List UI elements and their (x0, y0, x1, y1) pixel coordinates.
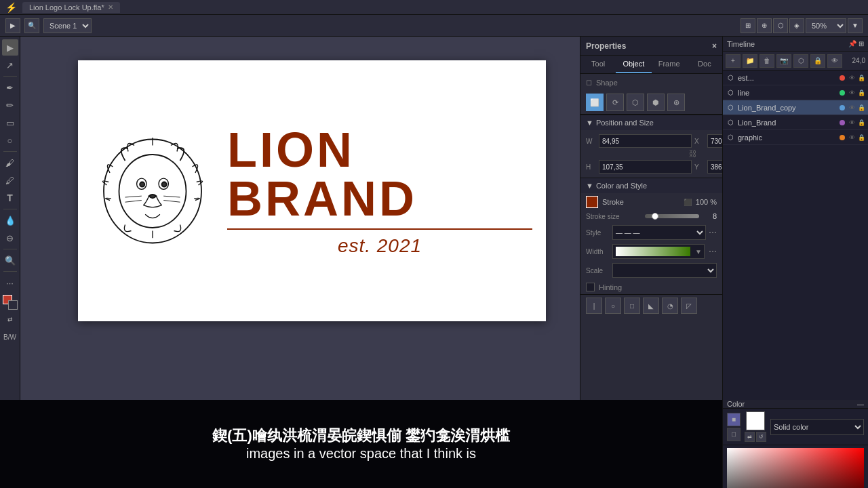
subselect-tool[interactable]: ↗ (2, 57, 18, 73)
color-type-select[interactable]: Solid color (770, 419, 864, 435)
ink-tool[interactable]: 🖊 (2, 172, 18, 188)
layer-row-est[interactable]: ⬡ est... 👁 🔒 (723, 70, 868, 85)
rectangle-tool[interactable]: ▭ (2, 115, 18, 131)
layer-row-lion-copy[interactable]: ⬡ Lion_Brand_copy 👁 🔒 (723, 100, 868, 115)
style-more-icon[interactable]: ⋯ (709, 228, 717, 237)
transform-filters-icon[interactable]: ⊛ (667, 94, 685, 111)
snap-btn[interactable]: ⬡ (773, 18, 788, 33)
layer-lock-icon-graphic[interactable]: 🔒 (857, 134, 865, 142)
paint-tool[interactable]: 🖌 (2, 155, 18, 171)
background-color[interactable] (8, 300, 18, 310)
color-panel-close-icon[interactable]: — (857, 401, 864, 408)
lasso-tool[interactable]: ⊖ (2, 230, 18, 246)
color-section-header[interactable]: ▼ Color and Style (580, 178, 722, 193)
oval-tool[interactable]: ○ (2, 132, 18, 148)
tab-doc[interactable]: Doc (687, 56, 722, 73)
tl-delete-btn[interactable]: 🗑 (760, 54, 774, 68)
style-select[interactable]: — — — (612, 225, 706, 240)
position-section-header[interactable]: ▼ Position and Size (580, 115, 722, 130)
transform-3d-icon[interactable]: ⬢ (647, 94, 665, 111)
color-gradient[interactable] (727, 448, 864, 488)
pen-tool[interactable]: ✒ (2, 79, 18, 96)
h-input[interactable] (599, 160, 692, 174)
brand-title: LION BRAND (227, 125, 532, 223)
tl-eye-btn[interactable]: 👁 (827, 54, 842, 68)
layer-row-graphic[interactable]: ⬡ graphic 👁 🔒 (723, 130, 868, 145)
layer-row-line[interactable]: ⬡ line 👁 🔒 (723, 85, 868, 100)
stroke-icon[interactable]: □ (727, 428, 741, 441)
layer-eye-icon-graphic[interactable]: 👁 (848, 134, 856, 142)
layer-lock-icon[interactable]: 🔒 (857, 74, 865, 82)
tl-lock-btn[interactable]: 🔒 (810, 54, 825, 68)
layer-eye-icon[interactable]: 👁 (848, 74, 856, 82)
layer-row-lion-brand[interactable]: ⬡ Lion_Brand 👁 🔒 (723, 115, 868, 130)
stroke-cap-round-icon[interactable]: ○ (605, 298, 621, 314)
tab-tool[interactable]: Tool (580, 56, 616, 73)
opacity-icon: ⬛ (684, 199, 692, 206)
tab-frame[interactable]: Frame (652, 56, 687, 73)
text-tool[interactable]: T (2, 190, 18, 206)
fit-btn[interactable]: ⊞ (741, 18, 755, 33)
swap-fill-stroke-icon[interactable]: ⇄ (745, 432, 755, 442)
tl-motion-btn[interactable]: ⬡ (793, 54, 808, 68)
tl-pin-icon[interactable]: 📌 (848, 40, 856, 47)
scale-select[interactable] (612, 263, 717, 278)
more-tools[interactable]: ··· (2, 274, 18, 291)
reset-colors-icon[interactable]: ↺ (756, 432, 766, 442)
tab-label: Lion Logo Lock Up.fla* (29, 3, 104, 12)
layer-eye-icon-lion[interactable]: 👁 (848, 119, 856, 127)
tab-close-icon[interactable]: ✕ (108, 3, 113, 11)
stroke-size-slider[interactable] (645, 214, 700, 218)
props-tabs: Tool Object Frame Doc (580, 56, 722, 74)
tl-camera-btn[interactable]: 📷 (776, 54, 791, 68)
color-panel-header: Color — (723, 400, 868, 409)
black-white-icon[interactable]: B/W (2, 329, 18, 345)
brand-divider (227, 228, 532, 230)
layer-eye-icon-lc[interactable]: 👁 (848, 104, 856, 112)
stroke-label: Stroke (602, 198, 679, 206)
color-selector[interactable] (3, 295, 18, 310)
zoom-dropdown-btn[interactable]: ▼ (848, 18, 863, 33)
pencil-tool[interactable]: ✏ (2, 97, 18, 113)
width-select[interactable]: ▼ (612, 244, 705, 259)
zoom-tool[interactable]: 🔍 (2, 252, 18, 268)
tl-newlayer-btn[interactable]: + (726, 54, 741, 68)
fill-icon[interactable]: ■ (727, 413, 741, 426)
y-input[interactable] (707, 160, 722, 174)
layer-vis-icons-est: 👁 🔒 (848, 74, 865, 82)
tl-folder-btn[interactable]: 📁 (743, 54, 757, 68)
center-btn[interactable]: ⊕ (757, 18, 772, 33)
w-input[interactable] (599, 134, 692, 148)
layer-lock-icon-lc[interactable]: 🔒 (857, 104, 865, 112)
tl-expand-icon[interactable]: ⊞ (859, 40, 864, 47)
subtitle-bar: 鍥(五)噲纨洪梳渭晏皖鍥惧偂 鐢犳龛涘渭烘槛 images in a vecto… (0, 400, 722, 488)
stroke-cap-square-icon[interactable]: □ (624, 298, 640, 314)
arrow-tool[interactable]: ▶ (2, 39, 18, 56)
select-tool-btn[interactable]: ▶ (5, 18, 20, 33)
transform-position-icon[interactable]: ⬜ (586, 94, 604, 111)
zoom-select[interactable]: 50% (806, 18, 846, 33)
transform-rotate-icon[interactable]: ⟳ (606, 94, 624, 111)
zoom-out-btn[interactable]: 🔍 (24, 18, 39, 33)
layer-eye-icon-line[interactable]: 👁 (848, 89, 856, 97)
layer-lock-icon-lion[interactable]: 🔒 (857, 119, 865, 127)
eyedropper-tool[interactable]: 💧 (2, 212, 18, 228)
canvas-area[interactable]: LION BRAND est. 2021 (20, 37, 580, 400)
scene-select[interactable]: Scene 1 (43, 18, 92, 33)
stroke-cap-butt-icon[interactable]: | (586, 298, 602, 314)
props-close-icon[interactable]: × (712, 41, 717, 51)
color-swatch[interactable] (746, 411, 765, 430)
x-input[interactable] (707, 134, 722, 148)
stroke-join-round-icon[interactable]: ◔ (662, 298, 678, 314)
swap-colors-icon[interactable]: ⇄ (2, 311, 18, 327)
stroke-color-swatch[interactable] (586, 196, 598, 208)
transform-btn[interactable]: ◈ (789, 18, 804, 33)
layer-lock-icon-line[interactable]: 🔒 (857, 89, 865, 97)
hinting-checkbox[interactable] (586, 283, 595, 291)
file-tab[interactable]: Lion Logo Lock Up.fla* ✕ (22, 2, 120, 13)
width-more-icon[interactable]: ⋯ (707, 247, 717, 256)
stroke-join-miter-icon[interactable]: ◣ (643, 298, 659, 314)
transform-skew-icon[interactable]: ⬡ (627, 94, 644, 111)
stroke-join-bevel-icon[interactable]: ◸ (681, 298, 697, 314)
tab-object[interactable]: Object (616, 56, 651, 73)
